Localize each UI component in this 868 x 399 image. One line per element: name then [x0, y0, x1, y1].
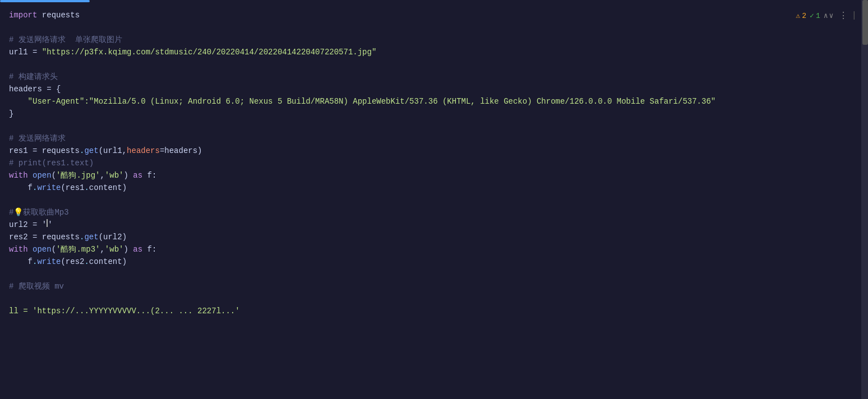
- str-user-agent: "User-Agent":"Mozilla/5.0 (Linux; Androi…: [28, 95, 716, 108]
- paren-close-2: ): [123, 243, 133, 256]
- keyword-import: import: [9, 9, 37, 21]
- top-bar: [0, 0, 868, 3]
- str-close-url2: ': [48, 219, 52, 231]
- str-jpg: '酷狗.jpg': [56, 169, 100, 182]
- paren-open-1: (: [52, 169, 56, 182]
- code-line-13: # print(res1.text): [0, 157, 857, 169]
- var-res2: res2 = requests: [9, 231, 80, 243]
- code-line-15: f.write(res1.content): [0, 182, 857, 194]
- content-2: content): [89, 256, 127, 268]
- check-badge[interactable]: ✓ 1: [810, 11, 820, 20]
- code-area: import requests # 发送网络请求 单张爬取图片 url1 = "…: [0, 3, 868, 323]
- fn-get-1: get: [84, 145, 98, 157]
- code-line-16: [0, 194, 857, 206]
- code-line-18: url2 = '': [0, 219, 857, 231]
- warning-badge[interactable]: ⚠ 2: [796, 11, 806, 20]
- nav-arrows[interactable]: ∧ ∨: [824, 11, 834, 20]
- fn-write-2: write: [37, 256, 61, 268]
- str-url1: "https://p3fx.kqimg.com/stdmusic/240/202…: [42, 46, 377, 58]
- dot-6: .: [84, 256, 89, 268]
- kw-with-2: with: [9, 243, 28, 256]
- code-line-2: [0, 21, 857, 34]
- fn-open-2: open: [33, 243, 52, 256]
- comment-hash: #: [9, 206, 13, 219]
- comment-video: # 爬取视频 mv: [9, 280, 64, 293]
- comma-2: ,: [100, 243, 104, 256]
- editor-container: ⚠ 2 ✓ 1 ∧ ∨ ⋮ | import requests # 发送网络请求…: [0, 0, 868, 399]
- code-line-17: #💡获取歌曲Mp3: [0, 206, 857, 219]
- str-wb-2: 'wb': [105, 243, 124, 256]
- indent-f1: f: [9, 182, 33, 194]
- dot-4: .: [80, 231, 84, 243]
- space-1: [28, 169, 33, 182]
- code-line-5: [0, 58, 857, 71]
- var-url2: url2 = ': [9, 219, 47, 231]
- kw-with-1: with: [9, 169, 28, 182]
- check-icon: ✓: [810, 11, 814, 20]
- space-2: [28, 243, 33, 256]
- top-right-controls: ⚠ 2 ✓ 1 ∧ ∨ ⋮ |: [796, 10, 857, 21]
- code-line-11: # 发送网络请求: [0, 132, 857, 145]
- str-mp3: '酷狗.mp3': [56, 243, 100, 256]
- check-count: 1: [816, 12, 820, 20]
- closing-brace: }: [9, 108, 13, 120]
- scrollbar-right[interactable]: [861, 0, 868, 399]
- paren-open-2: (: [52, 243, 56, 256]
- fn-open-1: open: [33, 169, 52, 182]
- more-icon[interactable]: ⋮: [839, 10, 848, 21]
- comment-1: # 发送网络请求 单张爬取图片: [9, 34, 122, 46]
- var-headers: headers = {: [9, 83, 61, 95]
- indent-f2: f: [9, 256, 33, 268]
- emoji-lightbulb: 💡: [13, 206, 23, 219]
- args-1: (url1,: [99, 145, 127, 157]
- code-line-3: # 发送网络请求 单张爬取图片: [0, 34, 857, 46]
- code-line-4: url1 = "https://p3fx.kqimg.com/stdmusic/…: [0, 46, 857, 58]
- var-res1: res1 = requests: [9, 145, 80, 157]
- comment-3: # 发送网络请求: [9, 132, 66, 145]
- dot-5: .: [33, 256, 37, 268]
- code-line-8: "User-Agent":"Mozilla/5.0 (Linux; Androi…: [0, 95, 857, 108]
- code-line-1: import requests: [0, 9, 857, 21]
- warning-icon: ⚠: [796, 11, 800, 20]
- args-url2: (url2): [99, 231, 127, 243]
- indent-1: [9, 95, 28, 108]
- progress-bar: [0, 0, 90, 2]
- code-line-14: with open('酷狗.jpg','wb') as f:: [0, 169, 857, 182]
- code-line-20: with open('酷狗.mp3','wb') as f:: [0, 243, 857, 256]
- code-line-12: res1 = requests.get(url1,headers=headers…: [0, 145, 857, 157]
- kw-as-1: as: [133, 169, 142, 182]
- code-line-7: headers = {: [0, 83, 857, 95]
- arrow-down-icon[interactable]: ∨: [829, 11, 834, 20]
- warning-count: 2: [802, 12, 806, 20]
- var-url1: url1 =: [9, 46, 42, 58]
- arrow-up-icon[interactable]: ∧: [824, 11, 828, 20]
- code-line-19: res2 = requests.get(url2): [0, 231, 857, 243]
- comma-1: ,: [100, 169, 104, 182]
- code-line-10: [0, 120, 857, 132]
- dot-1: .: [80, 145, 84, 157]
- code-line-9: }: [0, 108, 857, 120]
- code-line-6: # 构建请求头: [0, 71, 857, 83]
- comment-4: # print(res1.text): [9, 157, 94, 169]
- comment-mp3: 获取歌曲Mp3: [23, 206, 68, 219]
- args-write-2: (res2: [61, 256, 84, 268]
- str-wb-1: 'wb': [105, 169, 124, 182]
- paren-close-1: ): [123, 169, 133, 182]
- dot-3: .: [84, 182, 89, 194]
- comment-2: # 构建请求头: [9, 71, 58, 83]
- content-1: content): [89, 182, 127, 194]
- kw-as-2: as: [133, 243, 142, 256]
- str-ll-url: ll = 'https://...YYYYYVVVVV...(2... ... …: [9, 305, 240, 317]
- fn-get-2: get: [84, 231, 98, 243]
- code-line-24: [0, 293, 857, 305]
- var-requests: requests: [37, 9, 80, 21]
- scrollbar-indicator: |: [851, 11, 857, 21]
- args-1b: =headers): [160, 145, 202, 157]
- param-headers: headers: [127, 145, 160, 157]
- dot-2: .: [33, 182, 37, 194]
- scrollbar-thumb[interactable]: [862, 0, 868, 45]
- code-line-23: # 爬取视频 mv: [0, 280, 857, 293]
- fn-write-1: write: [37, 182, 61, 194]
- args-write-1: (res1: [61, 182, 84, 194]
- code-line-21: f.write(res2.content): [0, 256, 857, 268]
